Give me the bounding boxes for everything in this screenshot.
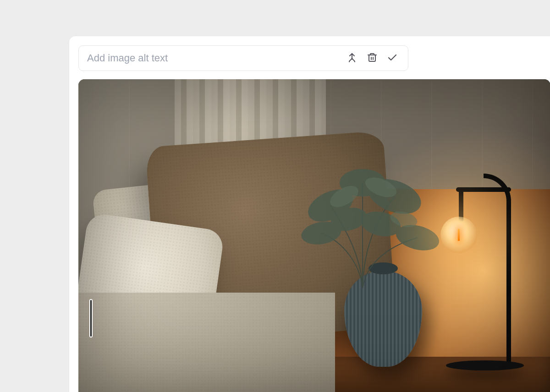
- image-preview[interactable]: [78, 79, 550, 392]
- confirm-button[interactable]: [384, 50, 401, 66]
- delete-button[interactable]: [364, 50, 380, 66]
- check-icon: [387, 52, 398, 65]
- alt-text-toolbar: [78, 45, 408, 71]
- editor-panel: [69, 36, 550, 392]
- alt-text-input[interactable]: [87, 52, 340, 64]
- merge-icon: [346, 52, 358, 65]
- svg-rect-0: [369, 55, 375, 61]
- image-content: [78, 79, 550, 392]
- merge-button[interactable]: [344, 50, 360, 66]
- trash-icon: [367, 52, 378, 65]
- text-cursor-handle[interactable]: [89, 299, 93, 338]
